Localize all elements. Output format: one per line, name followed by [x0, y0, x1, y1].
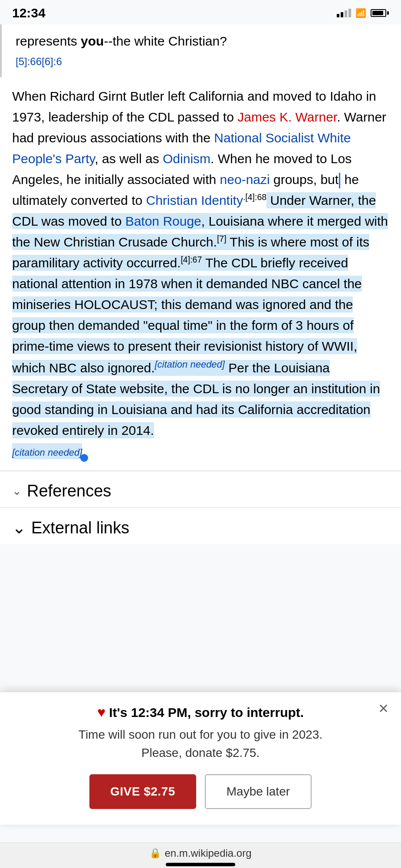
para-ref-1: .[4]:68 [243, 193, 266, 207]
signal-icon [337, 9, 351, 17]
donation-title: ♥ It's 12:34 PM, sorry to interrupt. [14, 704, 387, 720]
link-neo-nazi[interactable]: neo-nazi [220, 172, 270, 187]
close-button[interactable]: ✕ [375, 699, 392, 718]
references-heading-text: References [27, 482, 111, 500]
address-content: 🔒 en.m.wikipedia.org [149, 847, 251, 859]
citation-needed-1[interactable]: [citation needed] [155, 359, 225, 370]
highlighted-text: Under Warner, the CDL was moved to Baton… [12, 192, 388, 459]
external-links-container: ⌄ External links [12, 518, 389, 537]
donation-buttons: GIVE $2.75 Maybe later [14, 774, 387, 809]
blockquote-section: represents you--the white Christian? [5]… [0, 24, 401, 77]
donation-title-text: It's 12:34 PM, sorry to interrupt. [109, 705, 304, 720]
battery-icon [371, 9, 389, 17]
link-odinism[interactable]: Odinism [163, 151, 210, 166]
donate-button[interactable]: GIVE $2.75 [89, 774, 196, 809]
status-bar: 12:34 📶 [0, 0, 401, 24]
status-time: 12:34 [12, 6, 46, 20]
link-christian-identity[interactable]: Christian Identity [146, 193, 243, 207]
external-links-heading-text: External links [31, 519, 129, 537]
blockquote-citation[interactable]: [5]:66[6]:6 [16, 56, 62, 67]
lock-icon: 🔒 [149, 848, 161, 859]
donation-popup: ✕ ♥ It's 12:34 PM, sorry to interrupt. T… [0, 692, 401, 825]
references-section-heading[interactable]: ⌄ References [0, 471, 401, 507]
chevron-down-icon-2: ⌄ [12, 518, 26, 537]
wifi-icon: 📶 [355, 8, 366, 18]
citation-needed-2[interactable]: [citation needed] [12, 447, 82, 458]
status-icons: 📶 [337, 8, 389, 18]
article-content: represents you--the white Christian? [5]… [0, 24, 401, 544]
para-text-3: , as well as [95, 151, 163, 166]
main-paragraph: When Richard Girnt Butler left Californi… [0, 77, 401, 470]
address-text[interactable]: en.m.wikipedia.org [164, 847, 251, 859]
link-james-warner[interactable]: James K. Warner [237, 110, 337, 124]
blockquote-text: represents you--the white Christian? [5]… [16, 31, 389, 70]
heart-icon: ♥ [97, 704, 105, 720]
maybe-later-button[interactable]: Maybe later [205, 774, 312, 809]
link-baton-rouge[interactable]: Baton Rouge [125, 214, 201, 228]
selection-handle [80, 454, 88, 462]
para-text-5: groups, but [270, 172, 339, 187]
donation-body-line1: Time will soon run out for you to give i… [79, 728, 322, 741]
home-indicator [166, 863, 235, 866]
chevron-down-icon: ⌄ [12, 484, 22, 498]
text-cursor [339, 173, 340, 188]
donation-body: Time will soon run out for you to give i… [14, 726, 387, 762]
external-links-section-heading[interactable]: ⌄ External links [0, 508, 401, 544]
donation-body-line2: Please, donate $2.75. [141, 746, 260, 760]
